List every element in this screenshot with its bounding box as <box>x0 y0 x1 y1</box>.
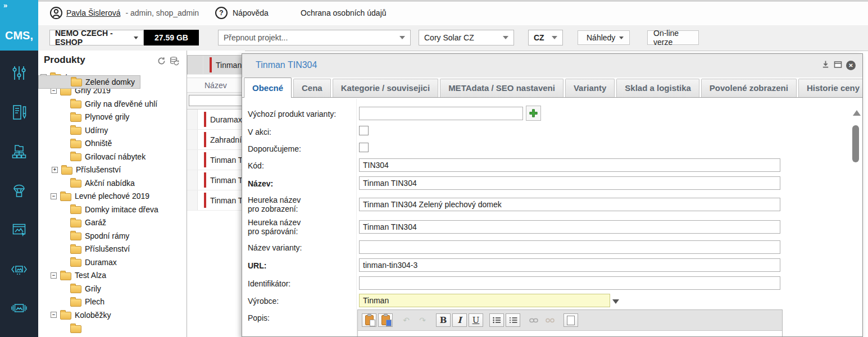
row-gutter <box>187 190 198 210</box>
language-select[interactable]: CZ <box>528 30 563 45</box>
collapse-icon[interactable]: » <box>3 1 6 10</box>
cms-logo-block[interactable]: » CMS, <box>0 0 38 51</box>
list-item[interactable]: Tinman TI <box>187 150 245 170</box>
in-action-checkbox[interactable] <box>359 126 369 135</box>
bold-icon[interactable]: B <box>436 313 451 327</box>
tab-povolene-zobrazeni[interactable]: Povolené zobrazeni <box>701 79 797 97</box>
tree-item[interactable]: −Test Alza <box>38 269 187 283</box>
numbered-list-icon[interactable] <box>506 313 520 327</box>
folder-icon <box>71 79 82 86</box>
variant-name-input[interactable] <box>359 240 780 254</box>
undo-icon[interactable]: ↶ <box>399 313 413 327</box>
folder-icon <box>70 127 81 135</box>
stack-refresh-icon[interactable] <box>169 56 180 67</box>
folder-structure-icon[interactable] <box>10 142 29 161</box>
close-icon[interactable]: ✕ <box>846 61 856 70</box>
tree-item[interactable]: −Grilovací nábytek <box>38 150 187 163</box>
url-input[interactable] <box>359 258 780 272</box>
code-input[interactable] <box>359 158 780 172</box>
manufacturer-dropdown-arrow[interactable] <box>612 299 619 307</box>
collapse-expander-icon[interactable]: − <box>51 312 57 318</box>
refresh-icon[interactable] <box>157 56 166 67</box>
sliders-icon[interactable] <box>10 63 29 83</box>
user-name-link[interactable]: Pavla Šislerová <box>66 8 121 17</box>
gallery-icon[interactable] <box>10 299 29 318</box>
identifier-input[interactable] <box>359 276 780 290</box>
parachute-box-icon[interactable] <box>10 181 29 201</box>
italic-icon[interactable]: I <box>452 313 467 327</box>
expand-expander-icon[interactable]: + <box>52 167 58 173</box>
tree-item[interactable]: −Akční nabídka <box>38 176 187 190</box>
heureka-pairing-name-input[interactable] <box>359 220 780 234</box>
export-icon[interactable] <box>821 60 830 70</box>
scroll-up-icon[interactable] <box>853 110 861 116</box>
name-input[interactable] <box>359 176 780 190</box>
bulleted-list-icon[interactable] <box>489 313 504 327</box>
paste-word-icon[interactable] <box>378 313 393 327</box>
tree-item-partial[interactable]: − <box>38 322 187 335</box>
collapse-expander-icon[interactable]: − <box>51 193 57 199</box>
new-page-icon[interactable] <box>563 313 578 327</box>
list-item-selected[interactable]: Tinman TI <box>187 55 245 75</box>
help-icon[interactable]: ? <box>215 7 228 19</box>
tab-metadata-seo[interactable]: METAdata / SEO nastaveni <box>440 79 563 97</box>
editor-body[interactable] <box>358 330 782 337</box>
collapse-expander-icon[interactable]: − <box>51 272 57 279</box>
browser-image-icon[interactable] <box>10 221 29 240</box>
tree-item[interactable]: −Příslušenství <box>38 243 187 256</box>
list-item[interactable]: Tinman TI <box>187 190 245 211</box>
tree-item[interactable]: −Spodní rámy <box>38 229 187 243</box>
switch-project-select[interactable]: Přepnout projekt... <box>218 30 411 45</box>
product-tree-panel: Produkty −/ −Grily 2019 −Grily na dřevěn… <box>38 51 187 337</box>
manufacturer-input[interactable] <box>359 294 610 307</box>
redo-icon[interactable]: ↷ <box>415 313 430 327</box>
unlink-icon[interactable] <box>543 313 557 327</box>
popout-icon[interactable] <box>834 61 842 70</box>
tab-sklad-logistika[interactable]: Sklad a logistika <box>616 79 699 97</box>
project-switcher-button[interactable]: NEMO CZECH - ESHOP <box>49 30 144 45</box>
tree-item[interactable]: −Duramax <box>38 256 187 269</box>
tree-item[interactable]: −Garáž <box>38 216 187 230</box>
folder-icon <box>60 312 71 320</box>
tab-varianty[interactable]: Varianty <box>565 79 615 97</box>
field-label-identifier: Identifikátor: <box>248 279 356 288</box>
tree-item[interactable]: −Levné plechové 2019 <box>38 190 187 203</box>
tab-historie-ceny[interactable]: Historie ceny <box>798 79 863 97</box>
online-version-button[interactable]: On-line verze <box>647 30 699 45</box>
tree-item[interactable]: −Grily <box>38 282 187 295</box>
tab-cena[interactable]: Cena <box>293 79 331 97</box>
privacy-link[interactable]: Ochrana osobních údajů <box>301 8 387 17</box>
link-icon[interactable] <box>526 313 541 327</box>
column-header-name[interactable]: Název <box>187 78 245 93</box>
list-item[interactable]: Duramax <box>187 110 245 130</box>
image-brackets-icon[interactable] <box>10 260 29 279</box>
tab-obecne[interactable]: Obecné <box>244 78 292 98</box>
tree-item[interactable]: −Koloběžky <box>38 308 187 322</box>
previews-button[interactable]: Náhledy <box>578 30 630 45</box>
tree-item[interactable]: −Domky imitace dřeva <box>38 203 187 216</box>
tab-kategorie[interactable]: Kategorie / souvisejici <box>333 79 438 97</box>
filter-row <box>187 93 245 110</box>
tree-item[interactable]: −Plynové grily <box>38 111 187 124</box>
tree-item[interactable]: +Příslušenství <box>38 163 187 177</box>
paste-icon[interactable] <box>362 313 376 327</box>
tree-item[interactable]: −Grily na dřevěné uhlí <box>38 97 187 111</box>
scrollbar-thumb[interactable] <box>852 125 859 162</box>
tree-item-label: Duramax <box>85 258 117 267</box>
tree-item[interactable]: −Ohniště <box>38 137 187 151</box>
tree-item[interactable]: −Udírny <box>38 124 187 137</box>
add-variant-button[interactable] <box>526 106 541 121</box>
name-filter-input[interactable] <box>189 95 243 106</box>
list-item[interactable]: Tinman TI <box>187 170 245 190</box>
underline-icon[interactable]: U <box>469 313 483 327</box>
document-edit-icon[interactable] <box>10 103 29 122</box>
default-variant-input[interactable] <box>359 107 523 120</box>
label-column-divider <box>356 99 357 336</box>
client-project-select[interactable]: Cory Solar CZ <box>419 30 514 45</box>
list-item[interactable]: Zahradní <box>187 130 245 150</box>
tree-item-selected[interactable]: −Zelené domky <box>38 75 140 89</box>
tree-item[interactable]: −Plech <box>38 295 187 309</box>
heureka-display-name-input[interactable] <box>359 198 780 211</box>
help-link[interactable]: Nápověda <box>233 8 269 17</box>
recommended-checkbox[interactable] <box>359 143 369 152</box>
